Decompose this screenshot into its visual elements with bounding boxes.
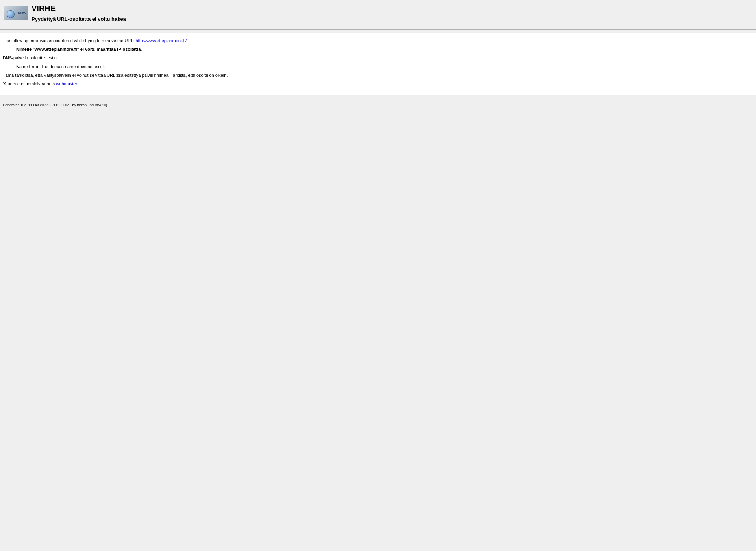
- intro-text: The following error was encountered whil…: [3, 38, 136, 43]
- admin-suffix: .: [77, 81, 78, 86]
- squid-logo-icon: NOW: [4, 6, 28, 20]
- webmaster-link[interactable]: webmaster: [56, 81, 77, 86]
- admin-paragraph: Your cache administrator is webmaster.: [3, 81, 753, 86]
- intro-paragraph: The following error was encountered whil…: [3, 38, 753, 43]
- dns-label: DNS-palvelin palautti viestin:: [3, 55, 753, 60]
- generated-timestamp: Generated Tue, 11 Oct 2022 05:11:32 GMT …: [3, 103, 107, 107]
- divider-bottom: [0, 98, 756, 98]
- failed-url-link[interactable]: http://www.etteplanmore.fi/: [136, 38, 187, 43]
- error-title: VIRHE: [32, 4, 126, 13]
- error-subtitle: Pyydettyä URL-osoitetta ei voitu hakea: [32, 16, 126, 22]
- logo-text: NOW: [18, 11, 26, 15]
- dns-error-message: Name Error: The domain name does not exi…: [16, 64, 753, 69]
- admin-prefix: Your cache administrator is: [3, 81, 56, 86]
- explanation-text: Tämä tarkoittaa, että Välityspalvelin ei…: [3, 73, 753, 78]
- footer: Generated Tue, 11 Oct 2022 05:11:32 GMT …: [0, 102, 756, 109]
- error-message-bold: Nimelle "www.etteplanmore.fi" ei voitu m…: [16, 47, 753, 52]
- error-header: NOW VIRHE Pyydettyä URL-osoitetta ei voi…: [0, 0, 756, 26]
- error-content: The following error was encountered whil…: [0, 33, 756, 95]
- divider-top: [0, 29, 756, 30]
